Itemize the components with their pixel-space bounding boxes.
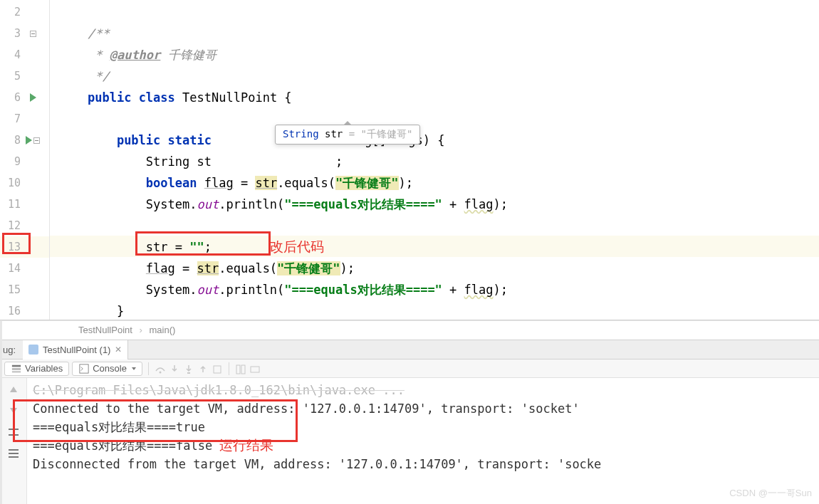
breadcrumb-item[interactable]: main() (149, 325, 175, 335)
code-editor[interactable]: 2 3 4 5 6 7 8 9 10 11 12 13 14 15 16 /**… (0, 0, 819, 320)
gutter: 2 3 4 5 6 7 8 9 10 11 12 13 14 15 16 (0, 0, 50, 320)
debug-label: ug: (0, 345, 23, 355)
arrow-up-icon (10, 387, 17, 392)
separator (229, 362, 229, 375)
line-number: 10 (4, 172, 21, 194)
annotation-text: 运行结果 (219, 438, 273, 453)
code-line: System.out.println("===equals对比结果====" +… (50, 194, 819, 215)
scroll-to-end-button[interactable] (6, 446, 21, 461)
line-number: 4 (4, 44, 21, 65)
debug-value-tooltip: String str = "千锋健哥" (275, 125, 420, 145)
svg-rect-2 (12, 371, 21, 372)
chevron-right-icon: › (135, 325, 147, 335)
svg-rect-6 (214, 366, 221, 373)
close-icon[interactable]: ✕ (115, 345, 122, 355)
watermark: CSDN @一一哥Sun (729, 487, 812, 500)
code-line: public class TestNullPoint { (50, 87, 819, 108)
force-step-into-icon[interactable] (183, 364, 194, 374)
variables-panel-tab[interactable]: Variables (4, 362, 69, 376)
tab-label: TestNullPoint (1) (43, 345, 110, 355)
code-line (50, 215, 819, 236)
chevron-down-icon (132, 367, 136, 370)
run-to-cursor-icon[interactable] (235, 364, 246, 374)
line-number: 11 (4, 194, 21, 215)
svg-rect-8 (241, 365, 245, 374)
debug-session-tab[interactable]: TestNullPoint (1) ✕ (23, 340, 128, 359)
line-number: 14 (4, 258, 21, 279)
line-number: 9 (4, 151, 21, 172)
run-gutter-icon[interactable] (26, 136, 32, 145)
code-line: /** (50, 23, 819, 44)
svg-rect-0 (12, 364, 21, 367)
code-line: flag = str.equals("千锋健哥"); (50, 258, 819, 279)
scroll-down-button[interactable] (6, 404, 21, 418)
line-number: 12 (4, 215, 21, 236)
line-number: 2 (4, 1, 21, 23)
app-icon (28, 345, 38, 355)
svg-rect-5 (187, 372, 190, 374)
bars-icon (9, 449, 19, 458)
line-number: 16 (4, 300, 21, 322)
debug-tab-bar: ug: TestNullPoint (1) ✕ (0, 340, 819, 359)
breadcrumb-item[interactable]: TestNullPoint (78, 325, 132, 335)
code-line: } (50, 300, 819, 322)
code-line (50, 1, 819, 23)
code-line: String st ; (50, 151, 819, 172)
evaluate-expression-icon[interactable] (249, 364, 261, 374)
code-line: * @author 千锋健哥 (50, 44, 819, 65)
annotation-text: 改后代码 (270, 239, 324, 254)
wrap-icon (9, 429, 19, 436)
code-line: System.out.println("===equals对比结果====" +… (50, 279, 819, 300)
debugger-toolbar: Variables Console (0, 359, 819, 378)
line-number: 15 (4, 279, 21, 300)
console-line: ===equals对比结果====false 运行结果 (33, 436, 813, 455)
code-line: boolean flag = str.equals("千锋健哥"); (50, 172, 819, 194)
svg-rect-9 (251, 367, 259, 372)
drop-frame-icon[interactable] (212, 364, 223, 374)
console-line: C:\Program Files\Java\jdk1.8.0_162\bin\j… (33, 381, 813, 399)
line-number: 5 (4, 65, 21, 87)
run-gutter-icon[interactable] (30, 93, 36, 102)
console-output[interactable]: C:\Program Files\Java\jdk1.8.0_162\bin\j… (27, 378, 819, 504)
fold-icon[interactable] (30, 31, 36, 37)
line-number: 3 (4, 23, 21, 44)
console-line: Connected to the target VM, address: '12… (33, 399, 813, 418)
console-line: ===equals对比结果====true (33, 418, 813, 436)
code-line: */ (50, 65, 819, 87)
code-line: public static ing[] args) { (50, 130, 819, 151)
console-line: Disconnected from the target VM, address… (33, 455, 813, 473)
fold-icon[interactable] (33, 137, 40, 144)
soft-wrap-button[interactable] (6, 425, 21, 439)
step-over-icon[interactable] (155, 364, 166, 374)
console-panel: C:\Program Files\Java\jdk1.8.0_162\bin\j… (0, 378, 819, 504)
svg-point-4 (159, 371, 161, 373)
line-number: 7 (4, 108, 21, 130)
svg-rect-1 (12, 368, 21, 370)
console-icon (78, 364, 90, 374)
code-line (50, 108, 819, 130)
arrow-down-icon (10, 408, 17, 414)
console-gutter (0, 378, 27, 504)
step-out-icon[interactable] (197, 364, 209, 374)
line-number: 6 (4, 87, 21, 108)
line-number: 13 (4, 236, 21, 258)
line-number: 8 (4, 130, 21, 151)
svg-rect-3 (80, 364, 88, 372)
step-into-icon[interactable] (169, 364, 180, 374)
separator (148, 362, 149, 375)
scroll-up-button[interactable] (6, 382, 21, 397)
code-text[interactable]: /** * @author 千锋健哥 */ public class TestN… (50, 0, 819, 320)
svg-rect-7 (236, 365, 240, 374)
console-panel-tab[interactable]: Console (72, 362, 142, 376)
breadcrumb[interactable]: TestNullPoint › main() (0, 320, 819, 340)
code-line: str = ""; 改后代码 (50, 236, 819, 258)
variables-icon (11, 364, 22, 374)
